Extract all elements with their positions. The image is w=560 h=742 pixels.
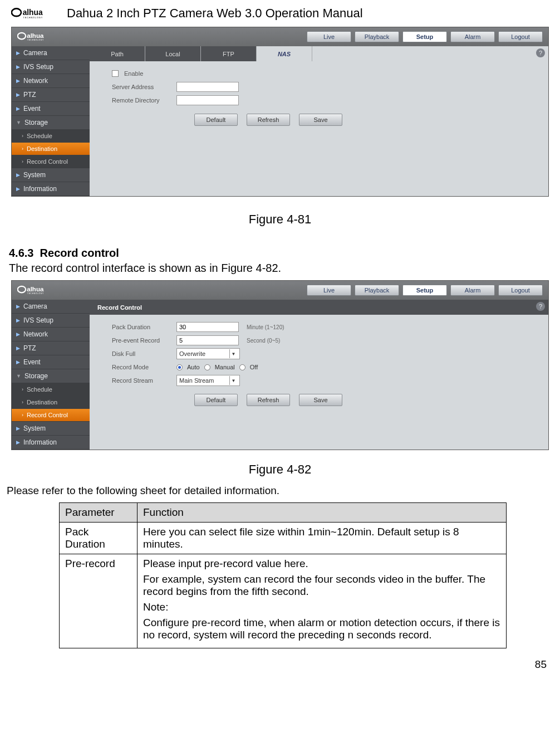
sidebar-label: Network bbox=[23, 330, 48, 338]
sidebar-item-information[interactable]: ▶Information bbox=[12, 182, 90, 196]
tab-nas[interactable]: NAS bbox=[257, 46, 312, 61]
parameter-table: Parameter Function Pack Duration Here yo… bbox=[59, 502, 507, 648]
preevent-input[interactable] bbox=[176, 335, 239, 345]
svg-text:TECHNOLOGY: TECHNOLOGY bbox=[27, 292, 44, 295]
radio-auto[interactable] bbox=[176, 364, 183, 370]
radio-manual[interactable] bbox=[204, 364, 210, 370]
sidebar-item-ptz[interactable]: ▶PTZ bbox=[12, 88, 90, 102]
nav-live-button[interactable]: Live bbox=[307, 285, 351, 296]
save-button[interactable]: Save bbox=[299, 394, 342, 406]
sidebar-item-ivs[interactable]: ▶IVS Setup bbox=[12, 60, 90, 74]
preevent-label: Pre-event Record bbox=[112, 337, 171, 344]
app-topbar: alhua TECHNOLOGY Live Playback Setup Ala… bbox=[12, 281, 548, 300]
sidebar: ▶Camera ▶IVS Setup ▶Network ▶PTZ ▶Event … bbox=[12, 46, 90, 196]
pack-duration-label: Pack Duration bbox=[112, 324, 171, 330]
chevron-right-icon: › bbox=[22, 412, 23, 418]
sidebar-label: Record Control bbox=[27, 412, 68, 418]
sidebar-item-network[interactable]: ▶Network bbox=[12, 74, 90, 88]
sidebar-item-information[interactable]: ▶Information bbox=[12, 436, 90, 450]
sidebar-label: Schedule bbox=[27, 386, 52, 393]
content-header: Record Control bbox=[90, 300, 548, 315]
sidebar-item-network[interactable]: ▶Network bbox=[12, 328, 90, 341]
disk-full-select[interactable]: Overwrite ▼ bbox=[176, 348, 240, 359]
screenshot-nas: alhua TECHNOLOGY Live Playback Setup Ala… bbox=[11, 27, 549, 197]
sidebar-item-record-control[interactable]: ›Record Control bbox=[12, 409, 90, 422]
top-nav: Live Playback Setup Alarm Logout bbox=[307, 31, 543, 42]
sidebar-label: PTZ bbox=[23, 344, 36, 352]
sidebar-item-camera[interactable]: ▶Camera bbox=[12, 46, 90, 60]
chevron-right-icon: ▶ bbox=[16, 78, 20, 84]
th-parameter: Parameter bbox=[60, 503, 137, 523]
chevron-right-icon: ▶ bbox=[16, 345, 20, 351]
screenshot-record-control: alhua TECHNOLOGY Live Playback Setup Ala… bbox=[11, 280, 549, 450]
remote-directory-input[interactable] bbox=[176, 95, 239, 105]
sidebar-label: Event bbox=[23, 358, 41, 366]
sidebar-label: IVS Setup bbox=[23, 63, 53, 71]
default-button[interactable]: Default bbox=[194, 394, 238, 406]
save-button[interactable]: Save bbox=[299, 114, 342, 126]
radio-label: Manual bbox=[215, 364, 235, 370]
page-number: 85 bbox=[6, 648, 554, 676]
td-parameter: Pre-record bbox=[60, 554, 137, 648]
sidebar-item-event[interactable]: ▶Event bbox=[12, 102, 90, 116]
nav-logout-button[interactable]: Logout bbox=[498, 285, 543, 296]
nav-setup-button[interactable]: Setup bbox=[402, 31, 447, 42]
record-mode-radios: Auto Manual Off bbox=[176, 364, 258, 370]
sidebar-label: Destination bbox=[27, 145, 57, 152]
nav-playback-button[interactable]: Playback bbox=[355, 31, 399, 42]
chevron-right-icon: › bbox=[22, 387, 23, 392]
default-button[interactable]: Default bbox=[194, 114, 238, 126]
top-nav: Live Playback Setup Alarm Logout bbox=[307, 285, 543, 296]
disk-full-label: Disk Full bbox=[112, 350, 171, 357]
nav-alarm-button[interactable]: Alarm bbox=[450, 285, 495, 296]
sidebar-item-camera[interactable]: ▶Camera bbox=[12, 300, 90, 314]
enable-checkbox[interactable] bbox=[112, 70, 119, 77]
record-stream-select[interactable]: Main Stream ▼ bbox=[176, 375, 240, 386]
form-area: Pack Duration Minute (1~120) Pre-event R… bbox=[90, 315, 548, 406]
sidebar-item-ptz[interactable]: ▶PTZ bbox=[12, 341, 90, 355]
sidebar-item-destination[interactable]: ›Destination bbox=[12, 396, 90, 409]
sidebar-item-storage[interactable]: ▼Storage bbox=[12, 116, 90, 130]
app-topbar: alhua TECHNOLOGY Live Playback Setup Ala… bbox=[12, 27, 548, 46]
svg-point-6 bbox=[18, 286, 26, 293]
help-icon[interactable]: ? bbox=[536, 302, 545, 311]
refresh-button[interactable]: Refresh bbox=[247, 394, 290, 406]
sidebar-item-system[interactable]: ▶System bbox=[12, 168, 90, 182]
nav-playback-button[interactable]: Playback bbox=[355, 285, 399, 296]
tab-local[interactable]: Local bbox=[145, 46, 201, 61]
tab-path[interactable]: Path bbox=[90, 46, 145, 61]
svg-text:TECHNOLOGY: TECHNOLOGY bbox=[23, 16, 43, 19]
nav-setup-button[interactable]: Setup bbox=[402, 285, 447, 296]
refresh-button[interactable]: Refresh bbox=[247, 114, 290, 126]
form-area: Enable Server Address Remote Directory D… bbox=[90, 61, 548, 126]
figure-caption-482: Figure 4-82 bbox=[6, 462, 554, 477]
sidebar-item-destination[interactable]: ›Destination bbox=[12, 143, 90, 155]
tab-ftp[interactable]: FTP bbox=[201, 46, 257, 61]
nav-live-button[interactable]: Live bbox=[307, 31, 351, 42]
sidebar-item-schedule[interactable]: ›Schedule bbox=[12, 130, 90, 143]
server-address-label: Server Address bbox=[112, 84, 171, 90]
alhua-logo-icon: alhua TECHNOLOGY bbox=[11, 4, 59, 22]
sidebar-label: Information bbox=[23, 438, 57, 446]
svg-text:TECHNOLOGY: TECHNOLOGY bbox=[27, 39, 44, 41]
brand-logo: alhua TECHNOLOGY bbox=[11, 4, 59, 22]
remote-directory-label: Remote Directory bbox=[112, 97, 171, 104]
sidebar-item-system[interactable]: ▶System bbox=[12, 422, 90, 436]
section-intro: The record control interface is shown as… bbox=[9, 262, 554, 275]
nav-alarm-button[interactable]: Alarm bbox=[450, 31, 495, 42]
help-icon[interactable]: ? bbox=[536, 48, 545, 57]
svg-text:alhua: alhua bbox=[27, 286, 44, 292]
server-address-input[interactable] bbox=[176, 82, 239, 92]
sidebar-item-ivs[interactable]: ▶IVS Setup bbox=[12, 314, 90, 328]
radio-off[interactable] bbox=[239, 364, 245, 370]
pack-duration-input[interactable] bbox=[176, 322, 239, 332]
content-area: ? Record Control Pack Duration Minute (1… bbox=[90, 300, 548, 450]
sidebar-item-event[interactable]: ▶Event bbox=[12, 355, 90, 369]
sidebar-item-schedule[interactable]: ›Schedule bbox=[12, 383, 90, 396]
sidebar-item-storage[interactable]: ▼Storage bbox=[12, 369, 90, 383]
nav-logout-button[interactable]: Logout bbox=[498, 31, 543, 42]
svg-text:alhua: alhua bbox=[27, 32, 44, 39]
chevron-down-icon: ▼ bbox=[229, 349, 237, 358]
sidebar-item-record-control[interactable]: ›Record Control bbox=[12, 155, 90, 168]
pack-duration-hint: Minute (1~120) bbox=[247, 324, 284, 330]
